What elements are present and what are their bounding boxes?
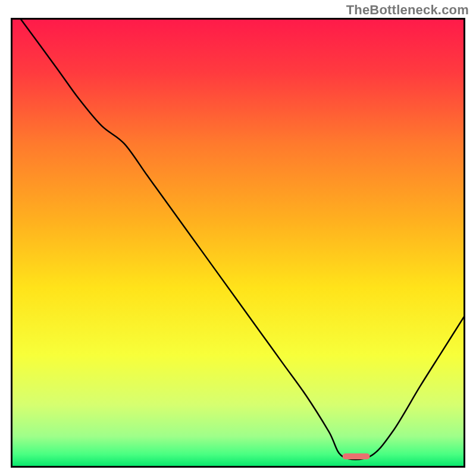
optimal-marker — [343, 453, 370, 459]
bottleneck-chart — [11, 18, 465, 468]
chart-background-gradient — [11, 18, 465, 468]
watermark-text: TheBottleneck.com — [346, 2, 469, 18]
chart-container — [11, 18, 465, 468]
